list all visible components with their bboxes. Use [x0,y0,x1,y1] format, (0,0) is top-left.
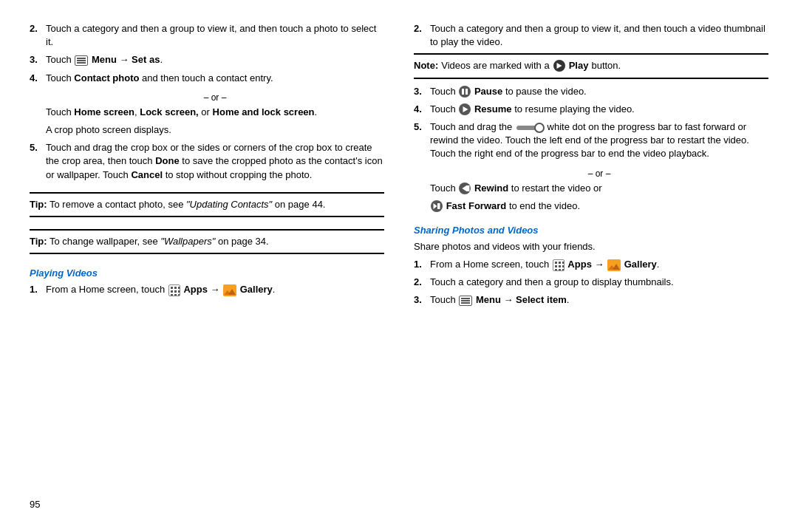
rewind-suffix: to restart the video or [511,183,602,194]
tip2-bold: Tip: [30,236,47,247]
gallery-label: Gallery [624,259,657,270]
step3-suffix: to pause the video. [505,86,587,97]
step4-bold: Contact photo [74,72,139,83]
left-step-4: 4. Touch Contact photo and then touch a … [30,72,384,85]
step-number: 3. [414,293,426,307]
apps-icon [553,259,565,271]
tip1-suffix: on page 44. [275,199,326,210]
page-container: 2. Touch a category and then a group to … [0,0,798,532]
step4-suffix: to resume playing the video. [514,103,635,115]
rewind-line: Touch Rewind to restart the video or [430,182,768,195]
step-number: 5. [414,120,426,161]
step5-done: Done [155,155,180,166]
step-number: 3. [30,53,41,66]
step-5-content: Touch and drag the crop box or the sides… [46,141,384,182]
left-step-3: 3. Touch Menu → Set as. [30,53,384,66]
step-number: 1. [30,283,41,296]
step-number: 2. [30,22,41,49]
step5-cancel: Cancel [131,169,163,180]
tip2-suffix: on page 34. [218,236,269,247]
resume-bold: Resume [474,103,512,115]
play-label: Play [569,59,589,72]
home-prefix: Touch [46,106,72,117]
step5-text1: Touch and drag the [430,121,515,132]
step-5-content: Touch and drag the white dot on the prog… [430,120,768,161]
playing-step-1: 1. From a Home screen, touch Apps → Gall… [30,283,384,296]
note-suffix: button. [591,59,621,72]
arrow: → [594,259,604,270]
lock-screen-bold: Lock screen, [140,106,199,117]
tip-box-1: Tip: To remove a contact photo, see "Upd… [30,192,384,217]
left-step-5: 5. Touch and drag the crop box or the si… [30,141,384,182]
gallery-icon [223,284,236,296]
step-number: 2. [414,276,426,289]
sharing-step-2: 2. Touch a category and then a group to … [414,276,768,289]
step-number: 4. [30,72,41,85]
progress-bar-icon [516,126,543,130]
right-step-5: 5. Touch and drag the white dot on the p… [414,120,768,161]
step3-prefix: Touch [46,54,72,65]
step-4-content: Touch Resume to resume playing the video… [430,103,768,116]
playing-step1-text: From a Home screen, touch [46,284,165,295]
ff-suffix: to end the video. [509,200,580,211]
note-text: Videos are marked with a [441,59,549,72]
sharing-intro: Share photos and videos with your friend… [414,240,768,253]
apps-label: Apps [183,284,208,295]
sharing-title: Sharing Photos and Videos [414,225,539,236]
menu-select-bold: Menu → Select item [476,294,567,305]
step5-text3: to stop without cropping the photo. [166,169,313,180]
sharing-step1-text: From a Home screen, touch [430,259,552,270]
home-screen-bold: Home screen [74,106,134,117]
rewind-icon [459,183,471,194]
ff-icon [431,200,443,212]
step-content: Touch a category and then a group to vie… [430,22,768,49]
playing-videos-title: Playing Videos [30,267,98,279]
right-step-2: 2. Touch a category and then a group to … [414,22,768,49]
left-step-2: 2. Touch a category and then a group to … [30,22,384,49]
playing-step1-content: From a Home screen, touch Apps → Gallery… [46,283,384,296]
step-number: 3. [414,85,426,98]
sharing-step-3: 3. Touch Menu → Select item. [414,293,768,307]
right-step-4: 4. Touch Resume to resume playing the vi… [414,103,768,116]
resume-icon [459,103,471,115]
sharing-step2-content: Touch a category and then a group to dis… [430,276,768,289]
ff-line: Fast Forward to end the video. [430,200,768,213]
right-column: 2. Touch a category and then a group to … [414,22,768,510]
tip1-bold: Tip: [30,199,47,210]
or-separator: – or – [430,168,768,179]
rewind-bold: Rewind [474,183,508,194]
step3-bold: Menu → Set as [92,54,160,65]
play-circle-icon [553,60,565,72]
note-box: Note: Videos are marked with a Play butt… [414,53,768,78]
step4-prefix: Touch [430,103,458,115]
home-screen-line: Touch Home screen, Lock screen, or Home … [46,106,384,119]
tip-box-2: Tip: To change wallpaper, see "Wallpaper… [30,229,384,254]
rewind-prefix: Touch [430,183,458,194]
gallery-icon [607,259,621,271]
pause-bold: Pause [474,86,502,97]
step3-prefix: Touch [430,86,458,97]
sharing-step-1: 1. From a Home screen, touch Apps → Gall… [414,258,768,271]
step-3-content: Touch Menu → Set as. [46,53,384,66]
step3-prefix: Touch [430,294,458,305]
playing-videos-section: Playing Videos [30,267,384,279]
sharing-step3-content: Touch Menu → Select item. [430,293,768,307]
left-column: 2. Touch a category and then a group to … [30,22,384,510]
menu-icon [459,296,472,306]
step-4-content: Touch Contact photo and then touch a con… [46,72,384,85]
menu-icon [75,55,88,66]
sharing-section: Sharing Photos and Videos [414,225,768,236]
apps-icon [168,284,180,296]
ff-bold: Fast Forward [446,200,507,211]
gallery-label: Gallery [240,284,273,295]
tip1-text: To remove a contact photo, see [50,199,186,210]
step4-prefix: Touch [46,72,72,83]
right-step-3: 3. Touch Pause to pause the video. [414,85,768,98]
sharing-step1-content: From a Home screen, touch Apps → Gallery… [430,258,768,271]
step4-suffix: and then touch a contact entry. [142,72,273,83]
tip2-italic: "Wallpapers" [160,236,215,247]
step-number: 4. [414,103,426,116]
comma: , [134,106,137,117]
or-separator: – or – [46,92,384,103]
home-lock-bold: Home and lock screen [213,106,315,117]
